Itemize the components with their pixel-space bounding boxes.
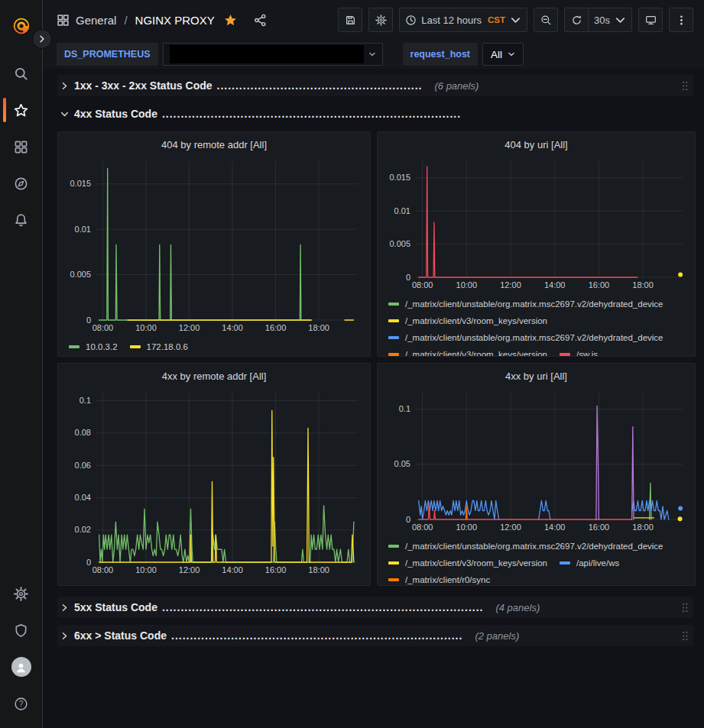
- chevron-down-icon: [59, 110, 70, 118]
- refresh-interval-dropdown[interactable]: 30s: [589, 8, 632, 32]
- legend-item[interactable]: /_matrix/client/v3/room_keys/version: [388, 312, 547, 329]
- svg-text:10:00: 10:00: [135, 323, 157, 332]
- legend-swatch: [560, 561, 570, 565]
- legend-item[interactable]: /_matrix/client/v3/room_keys/version: [388, 346, 547, 357]
- row-drag-handle[interactable]: [681, 630, 692, 642]
- svg-text:0.01: 0.01: [75, 225, 91, 234]
- dashboard-settings-button[interactable]: [368, 8, 393, 32]
- row-panel-count: (6 panels): [434, 80, 479, 92]
- datasource-variable-dropdown[interactable]: [163, 43, 383, 66]
- timeseries-chart: 08:0010:0012:0014:0016:0018:0000.020.040…: [64, 387, 364, 579]
- row-drag-handle[interactable]: [681, 80, 692, 92]
- svg-text:16:00: 16:00: [589, 280, 610, 290]
- svg-text:16:00: 16:00: [265, 323, 287, 332]
- row-header-5xx[interactable]: 5xx Status Code ........................…: [57, 597, 693, 618]
- sidebar-item-profile[interactable]: [3, 650, 40, 684]
- legend-item[interactable]: /api/live/ws: [560, 555, 619, 571]
- legend-series-name: /_matrix/client/v3/room_keys/version: [405, 316, 547, 325]
- row-drag-handle[interactable]: [681, 602, 692, 613]
- sidebar-item-dashboards[interactable]: [3, 130, 40, 163]
- legend-swatch: [388, 303, 399, 306]
- sidebar-expand-button[interactable]: [32, 29, 52, 49]
- svg-text:12:00: 12:00: [179, 565, 200, 574]
- panel-title[interactable]: 4xx by remote addr [All]: [64, 367, 364, 387]
- sidebar-item-configuration[interactable]: [3, 577, 40, 610]
- sidebar-item-starred[interactable]: [3, 93, 40, 127]
- legend-series-name: /_matrix/client/unstable/org.matrix.msc2…: [405, 542, 663, 551]
- panel-legend: /_matrix/client/unstable/org.matrix.msc2…: [384, 296, 689, 357]
- svg-text:0.1: 0.1: [79, 396, 91, 405]
- svg-text:10:00: 10:00: [135, 565, 157, 574]
- legend-item[interactable]: 172.18.0.6: [130, 338, 188, 355]
- svg-text:10:00: 10:00: [456, 523, 478, 532]
- sidebar-item-explore[interactable]: [3, 167, 40, 200]
- svg-text:18:00: 18:00: [632, 523, 654, 532]
- user-icon: [14, 660, 28, 675]
- chevron-right-icon: [38, 35, 46, 43]
- legend-item[interactable]: /_matrix/client/unstable/org.matrix.msc2…: [388, 329, 663, 346]
- chevron-right-icon: [59, 82, 70, 90]
- zoom-out-time-button[interactable]: [534, 8, 558, 32]
- row-header-1xx-3xx-2xx[interactable]: 1xx - 3xx - 2xx Status Code ............…: [57, 75, 693, 96]
- svg-text:14:00: 14:00: [222, 323, 243, 332]
- legend-item[interactable]: /_matrix/client/unstable/org.matrix.msc2…: [388, 538, 663, 555]
- dashboard-canvas: 1xx - 3xx - 2xx Status Code ............…: [43, 69, 704, 728]
- breadcrumb-dashboard-title[interactable]: NGINX PROXY: [135, 14, 215, 27]
- svg-text:16:00: 16:00: [265, 565, 287, 574]
- avatar: [11, 657, 31, 677]
- row-header-4xx[interactable]: 4xx Status Code ........................…: [57, 103, 693, 125]
- legend-swatch: [130, 345, 141, 348]
- breadcrumb-separator: /: [124, 14, 127, 27]
- legend-series-name: 10.0.3.2: [86, 342, 118, 351]
- bell-icon: [14, 213, 28, 228]
- svg-text:08:00: 08:00: [412, 523, 433, 532]
- panel-legend: 10.0.3.2172.18.0.6: [64, 581, 364, 586]
- request-host-variable-label: request_host: [403, 43, 479, 66]
- sidebar-item-server-admin[interactable]: [3, 613, 40, 647]
- legend-item[interactable]: /_matrix/client/unstable/org.matrix.msc2…: [388, 296, 663, 312]
- save-dashboard-button[interactable]: [338, 8, 362, 32]
- panel-404-by-uri: 404 by uri [All] 08:0010:0012:0014:0016:…: [377, 131, 696, 357]
- more-options-button[interactable]: [669, 8, 693, 32]
- grafana-logo-icon: [11, 16, 31, 36]
- share-icon[interactable]: [254, 14, 267, 27]
- svg-text:14:00: 14:00: [544, 280, 566, 290]
- cycle-view-mode-button[interactable]: [638, 8, 663, 32]
- tv-icon: [645, 15, 657, 26]
- panel-title[interactable]: 404 by uri [All]: [384, 135, 689, 155]
- refresh-group: 30s: [564, 8, 632, 32]
- svg-text:0.02: 0.02: [75, 525, 91, 534]
- svg-text:0: 0: [406, 515, 410, 524]
- row-header-6xx[interactable]: 6xx > Status Code ......................…: [57, 625, 693, 646]
- legend-item[interactable]: 10.0.3.2: [69, 581, 118, 586]
- legend-item[interactable]: /_matrix/client/v3/room_keys/version: [388, 555, 547, 571]
- gear-icon: [375, 15, 387, 26]
- grafana-app: ? General / NGINX PROXY: [0, 0, 704, 728]
- sidebar-item-search[interactable]: [3, 57, 40, 90]
- svg-text:18:00: 18:00: [308, 323, 329, 332]
- row-panel-count: (2 panels): [475, 630, 519, 642]
- request-host-variable-dropdown[interactable]: All: [482, 43, 524, 66]
- svg-text:0.005: 0.005: [70, 270, 91, 279]
- favorite-star-icon[interactable]: [224, 14, 237, 27]
- legend-swatch: [69, 345, 79, 348]
- toolbar: Last 12 hours CST 30s: [338, 8, 693, 32]
- refresh-button[interactable]: [564, 8, 589, 32]
- legend-swatch: [388, 545, 399, 548]
- panel-title[interactable]: 404 by remote addr [All]: [64, 135, 364, 155]
- svg-text:18:00: 18:00: [632, 280, 654, 290]
- legend-item[interactable]: /_matrix/client/r0/sync: [388, 571, 490, 586]
- breadcrumb-section[interactable]: General: [76, 14, 116, 27]
- legend-series-name: /_matrix/client/unstable/org.matrix.msc2…: [405, 299, 663, 309]
- legend-item[interactable]: 10.0.3.2: [69, 338, 118, 355]
- sidebar-item-help[interactable]: ?: [3, 687, 40, 720]
- sidebar-item-alerting[interactable]: [3, 203, 40, 237]
- time-range-picker[interactable]: Last 12 hours CST: [399, 8, 527, 32]
- legend-swatch: [388, 336, 399, 339]
- save-icon: [345, 15, 356, 26]
- svg-text:?: ?: [19, 700, 24, 708]
- legend-item[interactable]: 172.18.0.6: [130, 581, 188, 586]
- legend-item[interactable]: /sw.js: [560, 346, 598, 357]
- panel-title[interactable]: 4xx by uri [All]: [384, 367, 689, 387]
- dashboard-header: General / NGINX PROXY La: [43, 0, 704, 40]
